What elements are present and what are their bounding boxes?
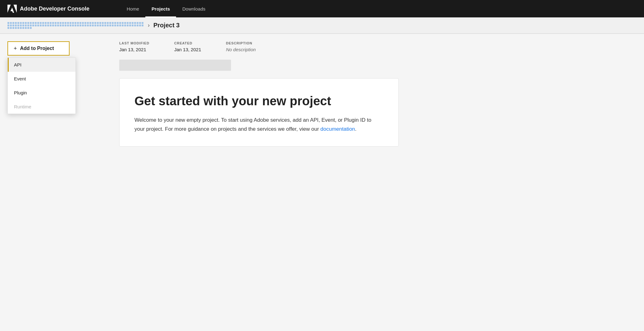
header: Adobe Developer Console Home Projects Do… [0, 0, 644, 17]
documentation-link[interactable]: documentation [320, 126, 355, 132]
adobe-logo-icon [7, 5, 17, 13]
dropdown-item-runtime: Runtime [8, 100, 75, 114]
dropdown-item-plugin[interactable]: Plugin [8, 86, 75, 100]
meta-last-modified-value: Jan 13, 2021 [119, 47, 149, 52]
breadcrumb-current: Project 3 [153, 22, 179, 29]
meta-last-modified-label: LAST MODIFIED [119, 41, 149, 45]
add-to-project-button[interactable]: + Add to Project [7, 41, 70, 56]
add-to-project-label: Add to Project [20, 46, 54, 51]
main-nav: Home Projects Downloads [120, 0, 211, 17]
brand: Adobe Developer Console [7, 5, 89, 13]
breadcrumb-bar: (function() { const container = document… [0, 17, 644, 34]
nav-projects[interactable]: Projects [145, 0, 176, 17]
meta-last-modified: LAST MODIFIED Jan 13, 2021 [119, 41, 149, 52]
placeholder-bar [119, 60, 231, 71]
right-panel: LAST MODIFIED Jan 13, 2021 CREATED Jan 1… [107, 41, 637, 147]
add-to-project-dropdown: API Event Plugin Runtime [7, 57, 76, 114]
plus-icon: + [14, 46, 17, 51]
meta-description-label: DESCRIPTION [226, 41, 256, 45]
dropdown-item-event[interactable]: Event [8, 72, 75, 86]
meta-created-label: CREATED [174, 41, 201, 45]
nav-downloads[interactable]: Downloads [176, 0, 211, 17]
breadcrumb-separator: › [148, 22, 150, 29]
dropdown-item-api[interactable]: API [8, 58, 75, 72]
main-content: + Add to Project API Event Plugin Runtim… [0, 34, 644, 154]
breadcrumb-dots: (function() { const container = document… [7, 22, 144, 29]
get-started-title: Get started with your new project [134, 93, 383, 108]
meta-description-value: No description [226, 47, 256, 52]
meta-created: CREATED Jan 13, 2021 [174, 41, 201, 52]
get-started-body: Welcome to your new empty project. To st… [134, 116, 377, 134]
left-panel: + Add to Project API Event Plugin Runtim… [7, 41, 107, 147]
nav-home[interactable]: Home [120, 0, 145, 17]
meta-description: DESCRIPTION No description [226, 41, 256, 52]
meta-created-value: Jan 13, 2021 [174, 47, 201, 52]
get-started-card: Get started with your new project Welcom… [119, 78, 399, 147]
meta-row: LAST MODIFIED Jan 13, 2021 CREATED Jan 1… [119, 41, 637, 52]
brand-name: Adobe Developer Console [20, 6, 89, 12]
